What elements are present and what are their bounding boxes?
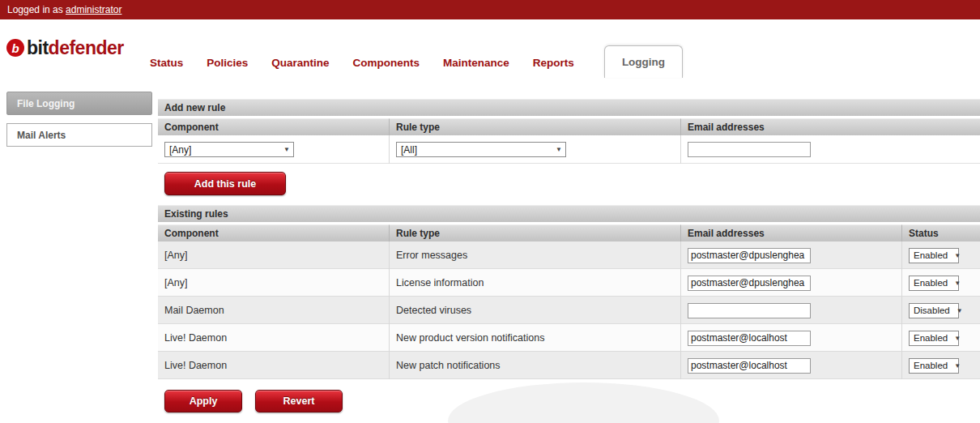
row-status-select[interactable]: Enabled ▼ <box>909 358 959 374</box>
col-rule-type: Rule type <box>389 224 680 241</box>
row-rule-type: Detected viruses <box>389 297 680 324</box>
nav-item-quarantine[interactable]: Quarantine <box>271 57 329 69</box>
component-select-value: [Any] <box>169 144 191 156</box>
row-status-select[interactable]: Disabled ▼ <box>909 303 959 318</box>
dropdown-arrow-icon: ▼ <box>954 362 961 370</box>
row-component: [Any] <box>158 241 389 269</box>
dropdown-arrow-icon: ▼ <box>954 280 961 287</box>
col-component: Component <box>158 224 389 241</box>
row-rule-type: License information <box>389 269 680 297</box>
bitdefender-b-icon: b <box>6 39 24 57</box>
revert-button[interactable]: Revert <box>255 390 343 412</box>
row-email-input[interactable] <box>688 276 811 291</box>
add-new-rule-title: Add new rule <box>158 99 980 116</box>
row-status-value: Enabled <box>914 333 948 343</box>
add-this-rule-button[interactable]: Add this rule <box>164 172 286 195</box>
row-status-select[interactable]: Enabled ▼ <box>909 248 959 263</box>
apply-button[interactable]: Apply <box>164 390 242 412</box>
add-col-rule-type: Rule type <box>389 118 680 135</box>
add-rule-input-row: [Any] ▼ [All] ▼ <box>158 135 980 164</box>
row-email-input[interactable] <box>688 303 811 318</box>
table-row: Live! Daemon New product version notific… <box>158 324 980 352</box>
rule-type-select-value: [All] <box>401 144 417 156</box>
row-email-input[interactable] <box>688 331 811 346</box>
dropdown-arrow-icon: ▼ <box>954 252 961 259</box>
nav-item-policies[interactable]: Policies <box>207 57 248 69</box>
dropdown-arrow-icon: ▼ <box>556 146 562 153</box>
row-component: [Any] <box>158 269 389 297</box>
new-rule-email-input[interactable] <box>688 142 811 157</box>
row-status-value: Enabled <box>914 250 948 260</box>
tab-logging[interactable]: Logging <box>604 45 683 78</box>
add-rule-header-row: Component Rule type Email addresses <box>158 118 980 135</box>
row-status-select[interactable]: Enabled ▼ <box>909 276 959 291</box>
row-status-value: Enabled <box>914 278 948 288</box>
sidebar-item-mail-alerts[interactable]: Mail Alerts <box>6 123 152 147</box>
nav-item-status[interactable]: Status <box>150 57 183 69</box>
row-component: Live! Daemon <box>158 324 389 352</box>
nav-item-reports[interactable]: Reports <box>533 57 574 69</box>
existing-rules-title: Existing rules <box>158 205 980 222</box>
dropdown-arrow-icon: ▼ <box>954 335 961 342</box>
bitdefender-logo: b bit defender <box>6 37 124 58</box>
logo-text-bit: bit <box>27 37 49 59</box>
login-status-bar: Logged in as administrator <box>0 0 980 19</box>
add-col-email: Email addresses <box>680 118 980 135</box>
logged-in-text: Logged in as <box>7 4 66 15</box>
row-status-value: Disabled <box>914 306 950 315</box>
row-rule-type: New patch notifications <box>389 352 680 379</box>
row-status-value: Enabled <box>914 361 948 370</box>
add-col-component: Component <box>158 118 389 135</box>
row-email-input[interactable] <box>688 248 811 263</box>
table-row: Live! Daemon New patch notifications Ena… <box>158 352 980 379</box>
actions-row: Apply Revert <box>158 390 980 412</box>
logo-text-defender: defender <box>49 37 124 59</box>
row-status-select[interactable]: Enabled ▼ <box>909 331 959 346</box>
mail-alerts-panel: Add new rule Component Rule type Email a… <box>158 99 980 412</box>
administrator-link[interactable]: administrator <box>66 4 121 15</box>
component-select[interactable]: [Any] ▼ <box>164 142 294 157</box>
nav-item-maintenance[interactable]: Maintenance <box>443 57 509 69</box>
main-nav: Status Policies Quarantine Components Ma… <box>150 57 598 69</box>
col-email: Email addresses <box>680 224 901 241</box>
sidebar-item-file-logging[interactable]: File Logging <box>6 92 152 115</box>
existing-rules-header-row: Component Rule type Email addresses Stat… <box>158 224 980 241</box>
table-row: [Any] License information Enabled ▼ <box>158 269 980 297</box>
row-component: Mail Daemon <box>158 297 389 324</box>
row-email-input[interactable] <box>688 358 811 374</box>
col-status: Status <box>901 224 980 241</box>
dropdown-arrow-icon: ▼ <box>957 307 963 314</box>
row-component: Live! Daemon <box>158 352 389 379</box>
dropdown-arrow-icon: ▼ <box>283 146 290 153</box>
nav-item-components[interactable]: Components <box>353 57 420 69</box>
row-rule-type: Error messages <box>389 241 680 269</box>
table-row: Mail Daemon Detected viruses Disabled ▼ <box>158 297 980 324</box>
row-rule-type: New product version notifications <box>389 324 680 352</box>
rule-type-select[interactable]: [All] ▼ <box>396 142 566 157</box>
table-row: [Any] Error messages Enabled ▼ <box>158 241 980 269</box>
